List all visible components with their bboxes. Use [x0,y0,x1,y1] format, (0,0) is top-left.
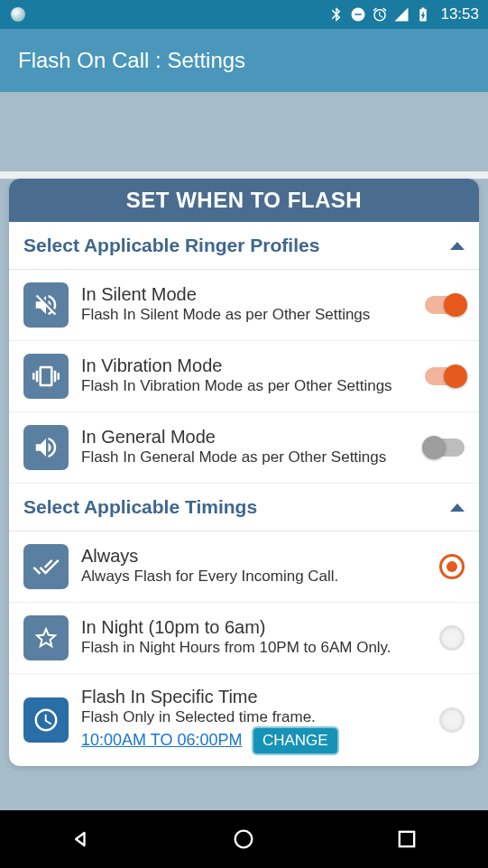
card-header: SET WHEN TO FLASH [9,179,479,222]
battery-icon [415,6,431,23]
chevron-up-icon [450,242,465,250]
toggle-general[interactable] [425,439,465,457]
vibrate-icon [23,354,69,399]
banner-area [0,92,488,171]
check-icon [23,544,69,589]
row-vibration-mode[interactable]: In Vibration Mode Flash In Vibration Mod… [9,341,479,412]
row-subtitle: Flash In Vibration Mode as per Other Set… [81,376,412,396]
row-text: Flash In Specific Time Flash Only in Sel… [81,687,427,753]
mute-icon [23,282,69,328]
star-icon [23,615,69,660]
chevron-up-icon [450,503,465,512]
row-title: Flash In Specific Time [81,687,427,707]
row-always[interactable]: Always Always Flash for Every Incoming C… [9,531,479,603]
section-header-label: Select Applicable Timings [23,496,257,518]
status-time: 13:53 [440,5,479,23]
row-text: In Silent Mode Flash In Silent Mode as p… [81,284,412,325]
radio-specific[interactable] [439,707,465,733]
svg-point-3 [235,831,253,848]
status-bar: x 13:53 [0,0,488,29]
dnd-icon [350,6,366,23]
change-button[interactable]: CHANGE [253,728,337,753]
row-specific-time[interactable]: Flash In Specific Time Flash Only in Sel… [9,674,479,766]
page-title: Flash On Call : Settings [18,48,245,73]
nav-home-icon[interactable] [231,826,256,852]
section-header-label: Select Applicable Ringer Profiles [23,235,319,256]
svg-rect-4 [400,832,414,846]
nav-bar [0,810,488,868]
row-silent-mode[interactable]: In Silent Mode Flash In Silent Mode as p… [9,270,479,341]
section-header-ringer[interactable]: Select Applicable Ringer Profiles [9,222,479,270]
section-header-timings[interactable]: Select Applicable Timings [9,484,479,531]
row-title: In Silent Mode [81,284,412,305]
radio-night[interactable] [439,625,465,651]
settings-card: SET WHEN TO FLASH Select Applicable Ring… [9,179,479,766]
nav-back-icon[interactable] [69,826,94,852]
row-title: In Night (10pm to 6am) [81,617,427,638]
status-left [9,7,328,22]
volume-icon [23,425,69,470]
svg-rect-1 [355,14,363,15]
row-title: In General Mode [81,427,412,448]
clock-icon [23,697,69,743]
row-text: In Vibration Mode Flash In Vibration Mod… [81,356,412,396]
svg-text:x: x [404,9,407,14]
toggle-silent[interactable] [425,296,465,314]
row-subtitle: Flash In General Mode as per Other Setti… [81,448,412,467]
banner-divider [0,171,488,179]
alarm-icon [372,6,388,23]
row-subtitle: Flash Only in Selected time frame. [81,707,427,727]
bluetooth-icon [328,6,345,23]
row-text: Always Always Flash for Every Incoming C… [81,546,427,586]
app-bar: Flash On Call : Settings [0,29,488,92]
row-subtitle: Always Flash for Every Incoming Call. [81,567,427,586]
row-night[interactable]: In Night (10pm to 6am) Flash in Night Ho… [9,603,479,674]
status-right: x 13:53 [328,5,479,23]
row-title: Always [81,546,427,567]
toggle-vibration[interactable] [425,367,465,385]
nav-recent-icon[interactable] [394,826,419,852]
row-subtitle: Flash In Silent Mode as per Other Settin… [81,305,412,325]
row-title: In Vibration Mode [81,356,412,376]
row-general-mode[interactable]: In General Mode Flash In General Mode as… [9,412,479,484]
time-range-link[interactable]: 10:00AM TO 06:00PM [81,731,242,750]
row-subtitle: Flash in Night Hours from 10PM to 6AM On… [81,638,427,658]
radio-always[interactable] [439,554,465,579]
row-text: In General Mode Flash In General Mode as… [81,427,412,467]
status-orb-icon [11,7,25,22]
signal-icon: x [393,6,410,23]
row-text: In Night (10pm to 6am) Flash in Night Ho… [81,617,427,658]
